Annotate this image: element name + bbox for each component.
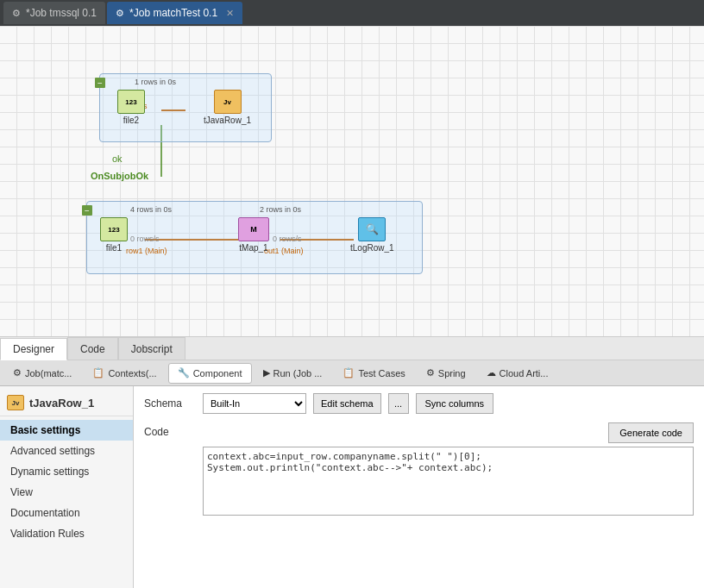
subjob1-rows-label: 1 rows in 0s bbox=[135, 78, 176, 86]
component-content: Jv tJavaRow_1 Basic settings Advanced se… bbox=[0, 386, 704, 588]
dots-button[interactable]: ... bbox=[388, 393, 409, 414]
sync-columns-button[interactable]: Sync columns bbox=[416, 393, 493, 414]
subjob2-container: − 4 rows in 0s 2 rows in 0s row1 (Main) … bbox=[86, 201, 423, 274]
top-tab-bar: ⚙ *Job tmssql 0.1 ⚙ *Job matchTest 0.1 ✕ bbox=[0, 0, 704, 26]
subjob1-container: − 1 rows in 0s row2/s 123 file2 Jv tJava… bbox=[99, 73, 272, 142]
subjob2-rows-label1: 4 rows in 0s bbox=[130, 205, 172, 214]
node-tlogrow1-icon: 🔍 bbox=[358, 217, 386, 241]
tab-matchtest[interactable]: ⚙ *Job matchTest 0.1 ✕ bbox=[107, 2, 242, 24]
run-tab-icon: ▶ bbox=[263, 367, 270, 378]
code-editor[interactable]: context.abc=input_row.companyname.split(… bbox=[203, 447, 694, 516]
comp-tab-run[interactable]: ▶ Run (Job ... bbox=[254, 363, 332, 384]
contexts-tab-icon: 📋 bbox=[92, 367, 104, 378]
generate-code-button[interactable]: Generate code bbox=[608, 422, 694, 443]
sidebar-item-dynamic[interactable]: Dynamic settings bbox=[0, 461, 133, 482]
sidebar-item-basic[interactable]: Basic settings bbox=[0, 420, 133, 441]
node-file1-label: file1 bbox=[106, 243, 122, 253]
sidebar-item-validation[interactable]: Validation Rules bbox=[0, 523, 133, 544]
code-area-container: Generate code context.abc=input_row.comp… bbox=[203, 422, 694, 516]
subjob2-collapse[interactable]: − bbox=[82, 205, 92, 216]
node-tjavarow1-label: tJavaRow_1 bbox=[204, 116, 251, 125]
node-tlogrow1[interactable]: 🔍 tLogRow_1 bbox=[350, 217, 394, 253]
node-file1-icon: 123 bbox=[100, 217, 128, 241]
edit-schema-button[interactable]: Edit schema bbox=[313, 393, 381, 414]
schema-label: Schema bbox=[144, 397, 196, 410]
tab-label-matchtest: *Job matchTest 0.1 bbox=[129, 7, 217, 19]
subjob2-flow1: row1 (Main) bbox=[126, 247, 167, 255]
comp-tab-cloud[interactable]: ☁ Cloud Arti... bbox=[477, 363, 558, 384]
sidebar-item-advanced[interactable]: Advanced settings bbox=[0, 441, 133, 461]
node-tmap1-icon: M bbox=[238, 217, 269, 241]
comp-tab-spring[interactable]: ⚙ Spring bbox=[417, 363, 475, 384]
sidebar-item-documentation[interactable]: Documentation bbox=[0, 503, 133, 523]
canvas-area: − 1 rows in 0s row2/s 123 file2 Jv tJava… bbox=[0, 26, 704, 336]
code-row: Code Generate code context.abc=input_row… bbox=[144, 422, 694, 516]
comp-tab-contexts[interactable]: 📋 Contexts(... bbox=[83, 363, 166, 384]
node-tjavarow1-icon: Jv bbox=[214, 90, 242, 114]
tab-code[interactable]: Code bbox=[67, 337, 118, 360]
schema-select[interactable]: Built-In Repository bbox=[203, 393, 306, 414]
subjob2-flow2: out1 (Main) bbox=[264, 247, 304, 255]
subjob-label: OnSubjobOk bbox=[91, 171, 148, 181]
node-tmap1-label: tMap_1 bbox=[239, 243, 267, 253]
subjob2-rate1: 0 rows/s bbox=[130, 235, 160, 243]
comp-tab-testcases[interactable]: 📋 Test Cases bbox=[333, 363, 414, 384]
node-tlogrow1-label: tLogRow_1 bbox=[350, 243, 394, 253]
tab-icon-matchtest: ⚙ bbox=[116, 8, 124, 19]
designer-tabs: Designer Code Jobscript bbox=[0, 336, 704, 360]
subjob2-rows-label2: 2 rows in 0s bbox=[260, 205, 301, 214]
job-tab-icon: ⚙ bbox=[13, 367, 22, 378]
component-tabs: ⚙ Job(matc... 📋 Contexts(... 🔧 Component… bbox=[0, 360, 704, 386]
left-sidebar: Jv tJavaRow_1 Basic settings Advanced se… bbox=[0, 386, 134, 588]
cloud-tab-icon: ☁ bbox=[487, 367, 496, 378]
tab-close-matchtest[interactable]: ✕ bbox=[226, 8, 234, 19]
tab-icon-tmssql: ⚙ bbox=[12, 8, 21, 19]
node-file2[interactable]: 123 file2 bbox=[117, 90, 145, 125]
tab-designer[interactable]: Designer bbox=[0, 338, 67, 360]
node-file2-icon: 123 bbox=[117, 90, 145, 114]
component-title-icon: Jv bbox=[7, 395, 24, 410]
generate-code-row: Generate code bbox=[203, 422, 694, 443]
testcases-tab-icon: 📋 bbox=[343, 367, 355, 378]
spring-tab-icon: ⚙ bbox=[426, 367, 435, 378]
node-tjavarow1[interactable]: Jv tJavaRow_1 bbox=[204, 90, 251, 125]
subjob1-collapse[interactable]: − bbox=[95, 78, 105, 88]
comp-tab-job[interactable]: ⚙ Job(matc... bbox=[3, 363, 81, 384]
schema-row: Schema Built-In Repository Edit schema .… bbox=[144, 393, 694, 414]
subjob2-rate2: 0 rows/s bbox=[273, 235, 302, 243]
component-tab-icon: 🔧 bbox=[178, 367, 190, 378]
right-panel: Schema Built-In Repository Edit schema .… bbox=[134, 386, 704, 588]
tab-tmssql[interactable]: ⚙ *Job tmssql 0.1 bbox=[3, 2, 105, 24]
tab-label-tmssql: *Job tmssql 0.1 bbox=[26, 7, 97, 19]
node-tmap1[interactable]: M tMap_1 bbox=[238, 217, 269, 253]
canvas-svg bbox=[0, 26, 704, 336]
sidebar-item-view[interactable]: View bbox=[0, 482, 133, 503]
node-file1[interactable]: 123 file1 bbox=[100, 217, 128, 253]
tab-jobscript[interactable]: Jobscript bbox=[118, 337, 185, 360]
comp-tab-component[interactable]: 🔧 Component bbox=[168, 363, 252, 384]
code-label: Code bbox=[144, 422, 196, 438]
component-title: Jv tJavaRow_1 bbox=[0, 390, 133, 416]
ok-label: ok bbox=[112, 153, 123, 164]
node-file2-label: file2 bbox=[123, 116, 139, 125]
